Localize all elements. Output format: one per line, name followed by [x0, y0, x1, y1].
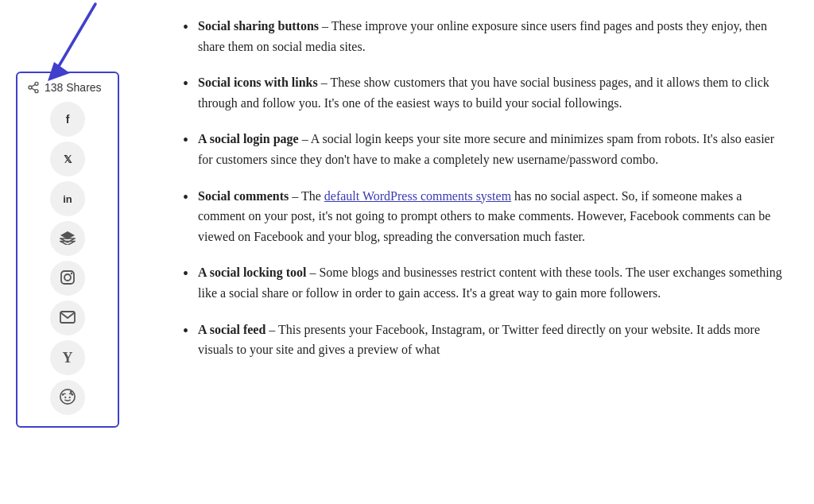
twitter-button[interactable]: 𝕏 [50, 142, 85, 176]
item-text: Social comments – The default WordPress … [198, 186, 790, 247]
item-description: – This presents your Facebook, Instagram… [198, 323, 760, 357]
linkedin-button[interactable]: in [50, 181, 85, 216]
facebook-button[interactable]: f [50, 102, 85, 137]
main-content: Social sharing buttons – These improve y… [183, 8, 798, 496]
svg-point-11 [64, 274, 71, 281]
list-item: A social feed – This presents your Faceb… [183, 320, 790, 360]
svg-line-5 [32, 88, 36, 91]
item-bold: A social locking tool [198, 266, 306, 279]
yummly-icon: Y [63, 350, 73, 366]
svg-point-4 [35, 90, 38, 93]
item-bold: Social sharing buttons [198, 19, 319, 33]
list-item: Social icons with links – These show cus… [183, 72, 790, 113]
item-bold: Social icons with links [198, 76, 318, 89]
list-item: A social login page – A social login kee… [183, 129, 790, 169]
svg-point-18 [62, 393, 64, 395]
item-text: Social sharing buttons – These improve y… [198, 16, 790, 56]
svg-point-12 [71, 272, 72, 273]
buffer-button[interactable] [50, 221, 85, 256]
bullet-list: Social sharing buttons – These improve y… [183, 16, 790, 360]
instagram-button[interactable] [50, 261, 85, 296]
email-icon [60, 311, 76, 326]
list-item: Social sharing buttons – These improve y… [183, 16, 790, 56]
item-text: A social login page – A social login kee… [198, 129, 790, 169]
item-bold: A social feed [198, 323, 266, 336]
reddit-icon [59, 388, 76, 408]
sidebar: 138 Shares f 𝕏 in [16, 8, 159, 496]
svg-point-16 [69, 396, 71, 397]
yummly-button[interactable]: Y [50, 340, 85, 375]
wordpress-comments-link[interactable]: default WordPress comments system [324, 189, 511, 203]
item-text: A social feed – This presents your Faceb… [198, 320, 790, 360]
facebook-icon: f [66, 113, 70, 126]
share-widget: 138 Shares f 𝕏 in [16, 72, 119, 428]
share-icon [27, 81, 40, 94]
svg-line-6 [32, 84, 36, 87]
svg-point-2 [35, 82, 38, 85]
list-item: Social comments – The default WordPress … [183, 186, 790, 247]
svg-point-3 [29, 86, 32, 89]
linkedin-icon: in [63, 193, 72, 205]
twitter-icon: 𝕏 [64, 153, 72, 165]
item-bold: Social comments [198, 189, 289, 203]
page-container: 138 Shares f 𝕏 in [0, 0, 814, 504]
list-item: A social locking tool – Some blogs and b… [183, 262, 790, 303]
svg-point-14 [60, 389, 75, 403]
instagram-icon [60, 269, 76, 288]
buffer-icon [60, 231, 76, 247]
item-text: A social locking tool – Some blogs and b… [198, 262, 790, 303]
item-bold: A social login page [198, 132, 299, 145]
social-buttons: f 𝕏 in [27, 102, 108, 415]
item-description-before: – The [292, 189, 324, 203]
share-count-row: 138 Shares [27, 81, 102, 94]
item-text: Social icons with links – These show cus… [198, 72, 790, 113]
email-button[interactable] [50, 300, 85, 335]
svg-point-20 [70, 390, 72, 393]
svg-point-15 [64, 396, 66, 397]
share-count-label: 138 Shares [45, 81, 102, 94]
reddit-button[interactable] [50, 380, 85, 415]
